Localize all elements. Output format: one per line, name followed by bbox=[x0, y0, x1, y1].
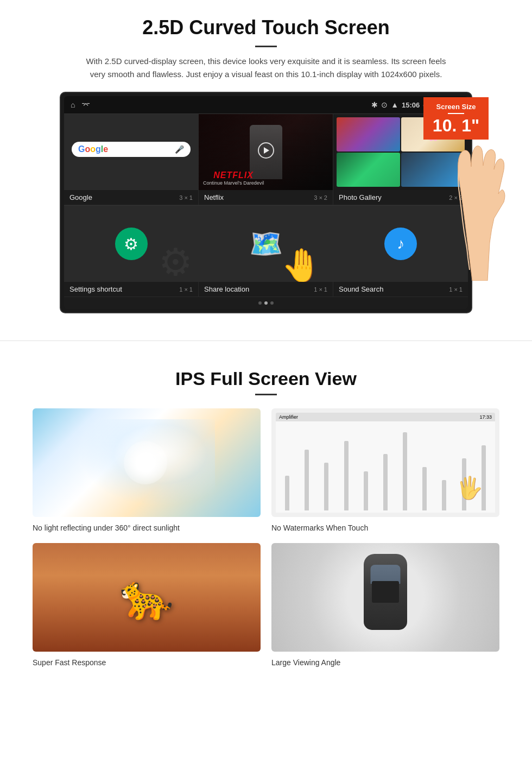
car-bg bbox=[271, 543, 499, 652]
app-cell-share-location[interactable]: 🗺️ 🤚 Share location 1 × 1 bbox=[199, 206, 333, 297]
screen-size-badge: Screen Size 10. 1" bbox=[423, 97, 489, 140]
sound-size: 1 × 1 bbox=[449, 286, 463, 293]
section-divider-line bbox=[0, 340, 532, 341]
status-time: 15:06 bbox=[402, 101, 420, 109]
google-size: 3 × 1 bbox=[179, 194, 193, 201]
feature-grid: No light reflecting under 360° direct su… bbox=[33, 408, 499, 667]
hand-pointing-icon: 🤚 bbox=[281, 246, 322, 282]
share-label-row: Share location 1 × 1 bbox=[199, 282, 333, 297]
feature-car: Large Viewing Angle bbox=[271, 543, 499, 667]
settings-bg-icon: ⚙ bbox=[159, 240, 193, 282]
home-icon[interactable]: ⌂ bbox=[71, 100, 75, 109]
amp-container: Amplifier 17:33 bbox=[271, 408, 499, 517]
sunlight-image bbox=[33, 408, 261, 517]
netflix-logo: NETFLIX bbox=[203, 171, 264, 180]
sunlight-label: No light reflecting under 360° direct su… bbox=[33, 523, 261, 532]
google-logo: Google bbox=[78, 144, 108, 154]
eq-bar-4 bbox=[344, 441, 349, 510]
music-note-icon: ♪ bbox=[397, 235, 404, 253]
section-ips-full-screen: IPS Full Screen View No light reflecting… bbox=[0, 357, 532, 683]
play-triangle-icon bbox=[264, 147, 269, 154]
share-thumbnail: 🗺️ 🤚 bbox=[199, 206, 333, 282]
amp-hand-icon: 🖐 bbox=[456, 475, 483, 501]
cheetah-image: 🐆 bbox=[33, 543, 261, 652]
netflix-thumbnail: NETFLIX Continue Marvel's Daredevil bbox=[199, 114, 333, 190]
eq-bar-9 bbox=[442, 480, 446, 510]
sun-burst bbox=[124, 441, 167, 484]
status-bar-left: ⌂ ⌤ bbox=[71, 100, 90, 109]
netflix-size: 3 × 2 bbox=[314, 194, 327, 201]
dot-1[interactable] bbox=[258, 301, 262, 305]
pagination-dots bbox=[64, 297, 468, 309]
gallery-photo-1 bbox=[337, 117, 400, 152]
eq-bar-1 bbox=[285, 476, 289, 510]
gallery-photo-4 bbox=[401, 153, 465, 187]
android-screen: ⌂ ⌤ ✱ ⊙ ▲ 15:06 ◎ ◁) ⊠ ▭ bbox=[64, 96, 468, 309]
section-curved-touch-screen: 2.5D Curved Touch Screen With 2.5D curve… bbox=[0, 0, 532, 324]
app-cell-netflix[interactable]: NETFLIX Continue Marvel's Daredevil Netf… bbox=[199, 114, 333, 205]
badge-divider bbox=[448, 113, 464, 114]
feature-sunlight: No light reflecting under 360° direct su… bbox=[33, 408, 261, 532]
app-cell-sound[interactable]: ♪ Sound Search 1 × 1 bbox=[333, 206, 468, 297]
netflix-info: NETFLIX Continue Marvel's Daredevil bbox=[203, 171, 264, 186]
sound-thumbnail: ♪ bbox=[333, 206, 468, 282]
app-cell-settings[interactable]: ⚙ ⚙ Settings shortcut 1 × 1 bbox=[64, 206, 199, 297]
gallery-photo-3 bbox=[337, 153, 400, 187]
google-label-row: Google 3 × 1 bbox=[64, 190, 198, 205]
gallery-label: Photo Gallery bbox=[339, 193, 382, 201]
google-label: Google bbox=[69, 193, 92, 201]
car-top-view bbox=[358, 554, 413, 641]
app-grid-row1: Google 🎤 Google 3 × 1 bbox=[64, 113, 468, 205]
dot-3[interactable] bbox=[270, 301, 274, 305]
sound-icon-circle: ♪ bbox=[384, 228, 417, 260]
gallery-label-row: Photo Gallery 2 × 2 bbox=[333, 190, 468, 205]
settings-size: 1 × 1 bbox=[179, 286, 193, 293]
settings-icon-circle: ⚙ bbox=[115, 228, 148, 260]
amplifier-label: No Watermarks When Touch bbox=[271, 523, 499, 532]
amp-app-name: Amplifier bbox=[279, 414, 298, 420]
section2-divider bbox=[255, 394, 277, 395]
car-body bbox=[364, 554, 407, 630]
cheetah-bg: 🐆 bbox=[33, 543, 261, 652]
badge-size: 10. 1" bbox=[433, 116, 479, 135]
eq-bar-6 bbox=[383, 454, 388, 510]
sunlight-bg bbox=[33, 408, 261, 517]
android-device: ⌂ ⌤ ✱ ⊙ ▲ 15:06 ◎ ◁) ⊠ ▭ bbox=[60, 92, 472, 313]
app-grid-row2: ⚙ ⚙ Settings shortcut 1 × 1 🗺️ bbox=[64, 205, 468, 297]
sound-label: Sound Search bbox=[339, 285, 383, 293]
feature-amplifier: Amplifier 17:33 bbox=[271, 408, 499, 532]
section1-title: 2.5D Curved Touch Screen bbox=[33, 16, 499, 39]
section1-divider bbox=[255, 46, 277, 47]
section2-title: IPS Full Screen View bbox=[33, 368, 499, 389]
eq-bar-5 bbox=[364, 471, 368, 510]
car-label: Large Viewing Angle bbox=[271, 658, 499, 667]
car-roof bbox=[372, 581, 399, 603]
netflix-label-row: Netflix 3 × 2 bbox=[199, 190, 333, 205]
eq-bar-2 bbox=[305, 450, 309, 510]
status-bar: ⌂ ⌤ ✱ ⊙ ▲ 15:06 ◎ ◁) ⊠ ▭ bbox=[64, 96, 468, 113]
gallery-size: 2 × 2 bbox=[449, 194, 463, 201]
share-label: Share location bbox=[204, 285, 249, 293]
eq-bar-8 bbox=[422, 467, 427, 510]
usb-icon: ⌤ bbox=[81, 100, 90, 109]
settings-thumbnail: ⚙ ⚙ bbox=[64, 206, 198, 282]
google-search-bar[interactable]: Google 🎤 bbox=[72, 142, 191, 157]
cheetah-label: Super Fast Response bbox=[33, 658, 261, 667]
badge-title: Screen Size bbox=[431, 103, 481, 111]
app-cell-google[interactable]: Google 🎤 Google 3 × 1 bbox=[64, 114, 199, 205]
netflix-play-button[interactable] bbox=[258, 142, 274, 159]
settings-label: Settings shortcut bbox=[69, 285, 122, 293]
bluetooth-icon: ✱ bbox=[371, 100, 378, 109]
feature-cheetah: 🐆 Super Fast Response bbox=[33, 543, 261, 667]
cheetah-icon: 🐆 bbox=[119, 572, 174, 623]
mic-icon[interactable]: 🎤 bbox=[175, 145, 184, 154]
location-icon: ⊙ bbox=[381, 100, 388, 109]
section1-description: With 2.5D curved-display screen, this de… bbox=[81, 55, 451, 81]
dot-2[interactable] bbox=[264, 301, 268, 305]
eq-bar-3 bbox=[324, 463, 328, 510]
sound-label-row: Sound Search 1 × 1 bbox=[333, 282, 468, 297]
amp-time: 17:33 bbox=[479, 414, 492, 420]
car-image bbox=[271, 543, 499, 652]
amp-titlebar: Amplifier 17:33 bbox=[276, 413, 495, 421]
amp-display: Amplifier 17:33 bbox=[271, 408, 499, 517]
